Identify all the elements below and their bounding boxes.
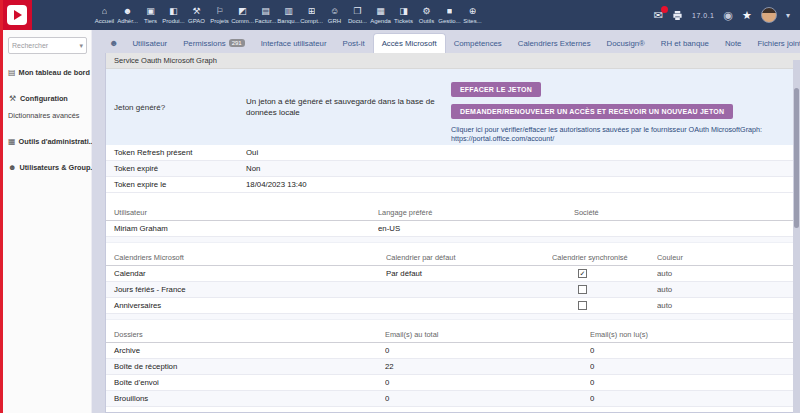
third-parties-icon: ▣	[146, 7, 155, 17]
tab-permissions[interactable]: Permissions291	[175, 33, 252, 53]
menu-item-agenda[interactable]: ▦Agenda	[370, 5, 391, 25]
tab-bar: ☻ UtilisateurPermissions291Interface uti…	[105, 33, 800, 53]
star-icon[interactable]: ★	[742, 10, 752, 21]
menu-item-documents[interactable]: ❐Docu...	[347, 5, 368, 25]
tab-post-it[interactable]: Post-it	[335, 33, 373, 53]
token-row: Token Refresh présentOui	[106, 145, 800, 161]
calendar-sync-cell	[552, 282, 657, 297]
menu-item-outils[interactable]: ⚙Outils	[416, 5, 437, 25]
folder-cell: Archive	[106, 343, 385, 358]
menu-item-gestion[interactable]: ■Gestio...	[439, 5, 460, 25]
tab-note[interactable]: Note	[717, 33, 749, 53]
menu-item-label: Tiers	[144, 17, 157, 25]
tab-fichiers-joints[interactable]: Fichiers joints	[749, 33, 800, 53]
tab-calendriers-externes[interactable]: Calendriers Externes	[510, 33, 599, 53]
oauth-portal-link[interactable]: https://portal.office.com/account/	[451, 134, 554, 143]
calendar-row: Jours fériés - Franceauto	[106, 282, 800, 298]
user-cell	[574, 221, 800, 236]
menu-item-projets[interactable]: ⚐Projets	[209, 5, 230, 25]
menu-item-comptabilite[interactable]: ⊞Compt...	[301, 5, 322, 25]
scrollbar[interactable]	[793, 60, 800, 413]
tab-acces-microsoft[interactable]: Accès Microsoft	[373, 33, 446, 53]
section-title: Service Oauth Microsoft Graph	[114, 56, 217, 65]
filled-circle-icon[interactable]: ◉	[724, 10, 734, 21]
tab-competences[interactable]: Compétences	[446, 33, 510, 53]
sidebar-item-utilisateurs-groupes[interactable]: ☻Utilisateurs & Group...	[8, 159, 87, 176]
folder-cell: 0	[590, 359, 800, 374]
app-logo[interactable]	[2, 0, 32, 30]
sidebar-item-label: Utilisateurs & Group...	[19, 163, 96, 172]
calendar-sync-checkbox[interactable]	[578, 301, 587, 310]
printer-icon[interactable]	[672, 10, 683, 21]
calendar-icon: ▦	[376, 7, 385, 17]
folder-cell: 0	[590, 343, 800, 358]
tab-docusign[interactable]: Docusign®	[599, 33, 653, 53]
menu-item-label: Gestio...	[438, 17, 460, 25]
chevron-down-icon[interactable]: ▾	[786, 11, 790, 20]
tab-utilisateur[interactable]: Utilisateur	[124, 33, 175, 53]
tickets-icon: ◨	[399, 7, 408, 17]
mail-icon[interactable]: ✉	[654, 10, 663, 21]
menu-item-commerce[interactable]: ◩Comm...	[232, 5, 253, 25]
menu-item-gpao[interactable]: ⚒GPAO	[186, 5, 207, 25]
oauth-note-text: Cliquer ici pour vérifier/effacer les au…	[451, 125, 762, 134]
websites-icon: ⊕	[469, 7, 477, 17]
menu-item-label: Sites...	[463, 17, 481, 25]
token-row-value: Oui	[246, 145, 800, 160]
renew-token-button[interactable]: DEMANDER/RENOUVELER UN ACCÈS ET RECEVOIR…	[451, 104, 733, 119]
menu-item-grh[interactable]: ☺GRH	[324, 5, 345, 25]
calendars-header: Calendriers Microsoft	[106, 250, 386, 265]
users-icon: ☻	[8, 163, 16, 172]
sidebar-item-tableau-de-bord[interactable]: ▤Mon tableau de bord	[8, 64, 87, 81]
scrollbar-thumb[interactable]	[794, 88, 799, 228]
calendar-name: Jours fériés - France	[106, 282, 386, 297]
folder-cell: 0	[385, 375, 590, 390]
topbar: ⌂Accueil☻Adhér...▣Tiers◧Produi...⚒GPAO⚐P…	[0, 0, 800, 30]
calendars-header: Calendrier par défaut	[386, 250, 552, 265]
calendar-default	[386, 298, 552, 313]
menu-item-label: Comm...	[231, 17, 254, 25]
menu-item-adherents[interactable]: ☻Adhér...	[117, 5, 138, 25]
calendar-sync-checkbox[interactable]: ✓	[578, 269, 587, 278]
user-header-row: UtilisateurLangage préféréSociété	[106, 205, 800, 221]
menu-item-produits[interactable]: ◧Produi...	[163, 5, 184, 25]
members-icon: ☻	[123, 7, 132, 17]
sidebar-item-label: Configuration	[20, 94, 68, 103]
management-icon: ■	[447, 7, 452, 17]
spacer	[106, 193, 800, 205]
folder-cell: Boîte de réception	[106, 359, 385, 374]
sidebar: Rechercher ▾ ▤Mon tableau de bord⚒Config…	[3, 30, 92, 413]
menu-item-label: Produi...	[162, 17, 184, 25]
tab-label: Permissions	[183, 39, 225, 48]
menu-item-sites[interactable]: ⊕Sites...	[462, 5, 483, 25]
calendar-row: CalendarPar défaut✓auto	[106, 266, 800, 282]
version-label: 17.0.1	[692, 12, 714, 19]
sidebar-item-configuration[interactable]: ⚒Configuration	[8, 90, 87, 107]
tab-interface-utilisateur[interactable]: Interface utilisateur	[253, 33, 335, 53]
menu-item-banque[interactable]: ▥Banqu...	[278, 5, 299, 25]
dashboard-icon: ▤	[8, 68, 16, 77]
search-caret-icon: ▾	[79, 42, 83, 50]
user-row: Miriam Grahamen-US	[106, 221, 800, 237]
tab-rh-et-banque[interactable]: RH et banque	[653, 33, 717, 53]
tab-label: Compétences	[454, 39, 502, 48]
folder-cell: 0	[385, 407, 590, 413]
menu-item-tiers[interactable]: ▣Tiers	[140, 5, 161, 25]
sidebar-search-input[interactable]: Rechercher ▾	[8, 37, 87, 54]
sidebar-item-label: Outils d'administrati...	[19, 137, 95, 146]
wrench-icon: ⚒	[8, 94, 17, 103]
menu-item-accueil[interactable]: ⌂Accueil	[94, 5, 115, 25]
calendar-sync-checkbox[interactable]	[578, 285, 587, 294]
topbar-right: ✉ 17.0.1 ◉ ★ ▾	[654, 7, 800, 23]
clear-token-button[interactable]: EFFACER LE JETON	[451, 82, 541, 97]
user-avatar[interactable]	[761, 7, 777, 23]
token-actions: EFFACER LE JETON DEMANDER/RENOUVELER UN …	[451, 69, 800, 145]
bank-icon: ▥	[284, 7, 293, 17]
sidebar-item-outils-administration[interactable]: ▦Outils d'administrati...	[8, 133, 87, 150]
menu-item-label: Compt...	[300, 17, 323, 25]
folder-header: Email(s) non lu(s)	[590, 327, 800, 342]
menu-item-facturation[interactable]: ▤Factur...	[255, 5, 276, 25]
menu-item-tickets[interactable]: ◨Tickets	[393, 5, 414, 25]
sidebar-item-dictionnaires-avances[interactable]: Dictionnaires avancés	[8, 107, 87, 124]
folder-header-row: DossiersEmail(s) au totalEmail(s) non lu…	[106, 327, 800, 343]
